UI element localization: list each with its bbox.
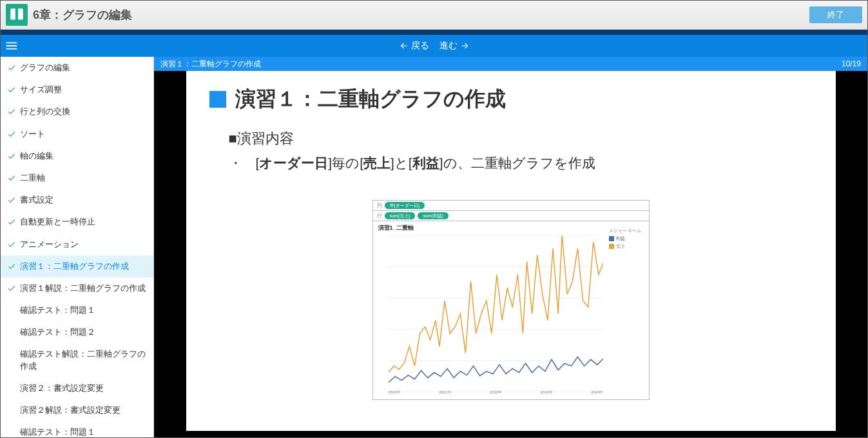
column-pill: 年(オーダー日) [385, 202, 425, 209]
page-title: 6章：グラフの編集 [33, 7, 132, 23]
row-pill-2: sum(利益) [418, 212, 448, 219]
check-icon [7, 262, 16, 271]
sidebar-item[interactable]: サイズ調整 [1, 79, 153, 101]
sidebar-item[interactable]: 自動更新と一時停止 [1, 211, 153, 233]
sidebar-item[interactable]: グラフの編集 [1, 57, 153, 79]
header: 6章：グラフの編集 終了 [1, 1, 867, 30]
divider [1, 30, 867, 35]
sidebar-item-label: 確認テスト解説：二重軸グラフの作成 [20, 348, 147, 372]
forward-button[interactable]: 進む [439, 40, 469, 52]
arrow-right-icon [460, 41, 469, 50]
sidebar-item-label: 軸の編集 [20, 150, 53, 162]
slide-bullet: ・ [オーダー日]毎の[売上]と[利益]の、二重軸グラフを作成 [229, 152, 813, 174]
back-button[interactable]: 戻る [400, 40, 429, 52]
sidebar-item-label: 演習１：二重軸グラフの作成 [20, 261, 129, 272]
check-icon [7, 174, 16, 183]
sidebar-item[interactable]: 二重軸 [1, 167, 153, 189]
sidebar-item[interactable]: 演習２解説：書式設定変更 [1, 399, 153, 421]
check-icon [7, 107, 16, 116]
sidebar-item-label: 演習２解説：書式設定変更 [20, 404, 121, 416]
sidebar-item-label: 行と列の交換 [20, 106, 70, 117]
sidebar-item[interactable]: 確認テスト：問題２ [1, 321, 153, 343]
sidebar-item[interactable]: 確認テスト解説：二重軸グラフの作成 [1, 343, 153, 377]
check-icon [7, 152, 16, 161]
sidebar-item[interactable]: 確認テスト：問題１ [1, 299, 153, 321]
check-icon [7, 217, 16, 226]
slide-area: 演習１：二重軸グラフの作成 ■演習内容 ・ [オーダー日]毎の[売上]と[利益]… [154, 71, 867, 438]
main-content: 演習１：二重軸グラフの作成 10/19 演習１：二重軸グラフの作成 ■演習内容 … [154, 57, 867, 438]
slide: 演習１：二重軸グラフの作成 ■演習内容 ・ [オーダー日]毎の[売上]と[利益]… [186, 71, 836, 431]
sidebar-item-label: グラフの編集 [20, 62, 70, 74]
check-icon [7, 85, 16, 94]
sidebar-item-label: ソート [20, 128, 45, 140]
book-logo-icon [6, 4, 28, 26]
sidebar-item-label: 二重軸 [20, 172, 45, 184]
sidebar-item[interactable]: 行と列の交換 [1, 101, 153, 123]
sidebar-item[interactable]: 演習１：二重軸グラフの作成 [1, 255, 153, 277]
sidebar-item-label: 演習１解説：二重軸グラフの作成 [20, 283, 146, 294]
chart-legend: メジャー ネーム 利益 売上 [609, 228, 646, 251]
navbar: 戻る 進む [1, 35, 867, 57]
chart-mini-title: 演習1_二重軸 [373, 221, 649, 235]
check-icon [7, 63, 16, 72]
sidebar-item[interactable]: 軸の編集 [1, 145, 153, 167]
sidebar-item-label: 書式設定 [20, 194, 53, 206]
forward-label: 進む [439, 40, 458, 52]
check-icon [7, 240, 16, 249]
chart-plot-icon [389, 235, 604, 392]
sidebar-item-label: 確認テスト：問題１ [20, 426, 95, 438]
check-icon [7, 284, 16, 293]
sidebar-item-label: 自動更新と一時停止 [20, 216, 95, 228]
sidebar-item[interactable]: ソート [1, 123, 153, 145]
slide-subtitle: ■演習内容 [229, 129, 813, 148]
sidebar-item[interactable]: 確認テスト：問題１ [1, 421, 153, 438]
finish-button[interactable]: 終了 [809, 6, 862, 23]
chart-x-ticks: 2020年2021年2022年2023年2024年 [389, 390, 604, 395]
arrow-left-icon [400, 41, 409, 50]
breadcrumb: 演習１：二重軸グラフの作成 10/19 [154, 57, 867, 71]
sidebar-item-label: アニメーション [20, 239, 79, 250]
sidebar-item[interactable]: 演習１解説：二重軸グラフの作成 [1, 277, 153, 299]
sidebar-item-label: 演習２：書式設定変更 [20, 383, 104, 394]
sidebar-item[interactable]: 書式設定 [1, 189, 153, 211]
check-icon [7, 130, 16, 139]
row-pill-1: sum(売上) [385, 212, 416, 219]
chart-thumbnail: 列年(オーダー日) 行sum(売上)sum(利益) 演習1_二重軸 メジャー ネ… [372, 200, 650, 400]
sidebar-item[interactable]: アニメーション [1, 234, 153, 255]
sidebar-item-label: 確認テスト：問題２ [20, 326, 95, 338]
sidebar-item-label: サイズ調整 [20, 84, 62, 95]
page-counter: 10/19 [842, 59, 861, 68]
sidebar-item[interactable]: 演習２：書式設定変更 [1, 377, 153, 399]
hamburger-menu-button[interactable] [1, 35, 23, 57]
breadcrumb-title: 演習１：二重軸グラフの作成 [160, 59, 261, 70]
slide-title: 演習１：二重軸グラフの作成 [209, 85, 813, 114]
sidebar-item-label: 確認テスト：問題１ [20, 304, 95, 316]
back-label: 戻る [411, 40, 429, 52]
sidebar[interactable]: グラフの編集サイズ調整行と列の交換ソート軸の編集二重軸書式設定自動更新と一時停止… [1, 57, 154, 438]
check-icon [7, 195, 16, 204]
